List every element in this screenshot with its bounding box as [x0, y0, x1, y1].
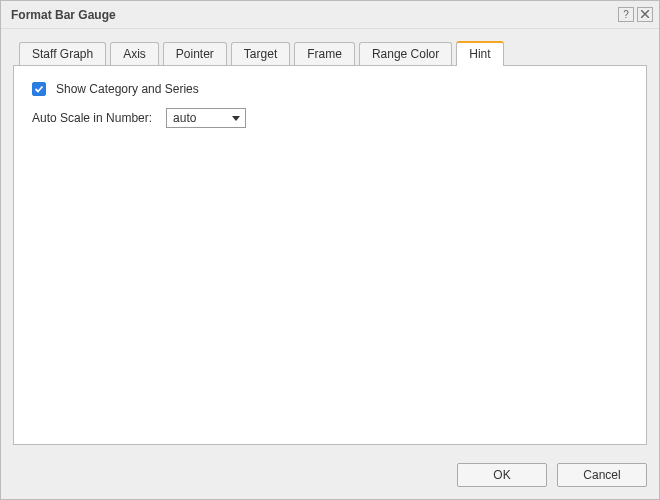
show-category-series-row: Show Category and Series: [32, 82, 628, 96]
hint-tabpanel: Show Category and Series Auto Scale in N…: [13, 65, 647, 445]
auto-scale-row: Auto Scale in Number: auto: [32, 108, 628, 128]
dialog-body: Staff Graph Axis Pointer Target Frame Ra…: [1, 29, 659, 453]
check-icon: [34, 84, 44, 94]
tab-pointer[interactable]: Pointer: [163, 42, 227, 65]
tabstrip: Staff Graph Axis Pointer Target Frame Ra…: [13, 41, 647, 65]
help-icon: ?: [623, 10, 629, 20]
auto-scale-value: auto: [173, 111, 196, 125]
tab-range-color[interactable]: Range Color: [359, 42, 452, 65]
auto-scale-label: Auto Scale in Number:: [32, 111, 152, 125]
tab-hint[interactable]: Hint: [456, 41, 503, 66]
close-icon: [641, 10, 649, 20]
cancel-button[interactable]: Cancel: [557, 463, 647, 487]
tab-frame[interactable]: Frame: [294, 42, 355, 65]
auto-scale-select[interactable]: auto: [166, 108, 246, 128]
help-button[interactable]: ?: [618, 7, 634, 22]
show-category-series-checkbox[interactable]: [32, 82, 46, 96]
dialog-title: Format Bar Gauge: [11, 8, 615, 22]
tab-staff-graph[interactable]: Staff Graph: [19, 42, 106, 65]
dialog-footer: OK Cancel: [1, 453, 659, 499]
format-bar-gauge-dialog: Format Bar Gauge ? Staff Graph Axis Poin…: [0, 0, 660, 500]
ok-button[interactable]: OK: [457, 463, 547, 487]
show-category-series-label: Show Category and Series: [56, 82, 199, 96]
titlebar: Format Bar Gauge ?: [1, 1, 659, 29]
close-button[interactable]: [637, 7, 653, 22]
tab-axis[interactable]: Axis: [110, 42, 159, 65]
tab-target[interactable]: Target: [231, 42, 290, 65]
